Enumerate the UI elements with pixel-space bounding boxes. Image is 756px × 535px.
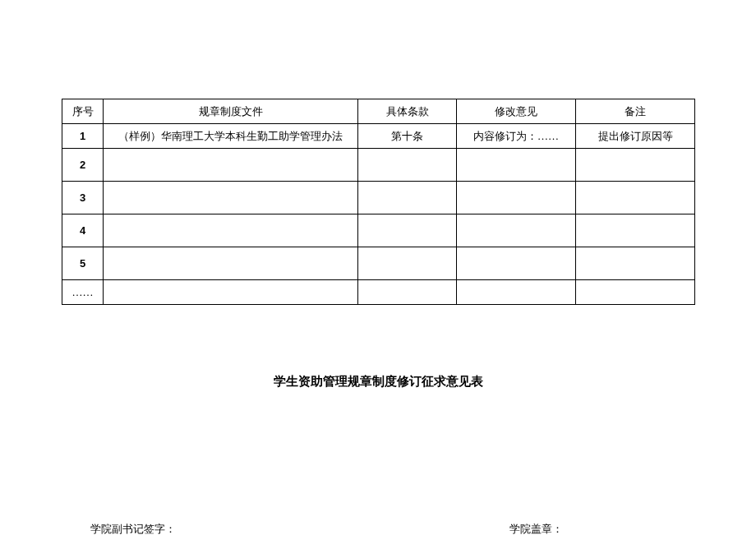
cell-remark: [576, 214, 695, 247]
cell-doc: [104, 247, 358, 280]
table-row: 2: [62, 149, 695, 182]
feedback-table-container: 序号 规章制度文件 具体条款 修改意见 备注 1 （样例）华南理工大学本科生勤工…: [62, 99, 694, 305]
cell-opinion: [457, 247, 576, 280]
cell-remark: [576, 149, 695, 182]
signature-deputy-secretary: 学院副书记签字：: [90, 522, 176, 535]
cell-opinion: [457, 214, 576, 247]
cell-remark: [576, 247, 695, 280]
cell-seq: 1: [62, 124, 104, 149]
cell-doc: [104, 214, 358, 247]
cell-doc: （样例）华南理工大学本科生勤工助学管理办法: [104, 124, 358, 149]
cell-clause: [358, 280, 457, 305]
cell-doc: [104, 280, 358, 305]
cell-opinion: [457, 280, 576, 305]
cell-seq: ……: [62, 280, 104, 305]
cell-remark: 提出修订原因等: [576, 124, 695, 149]
cell-clause: [358, 182, 457, 214]
table-row: 3: [62, 182, 695, 214]
cell-opinion: 内容修订为：……: [457, 124, 576, 149]
cell-remark: [576, 182, 695, 214]
table-row: 1 （样例）华南理工大学本科生勤工助学管理办法 第十条 内容修订为：…… 提出修…: [62, 124, 695, 149]
header-clause: 具体条款: [358, 99, 457, 124]
cell-seq: 4: [62, 214, 104, 247]
header-seq: 序号: [62, 99, 104, 124]
table-row: 4: [62, 214, 695, 247]
header-opinion: 修改意见: [457, 99, 576, 124]
cell-doc: [104, 182, 358, 214]
cell-clause: [358, 214, 457, 247]
header-doc: 规章制度文件: [104, 99, 358, 124]
cell-seq: 2: [62, 149, 104, 182]
cell-clause: [358, 149, 457, 182]
cell-remark: [576, 280, 695, 305]
feedback-table: 序号 规章制度文件 具体条款 修改意见 备注 1 （样例）华南理工大学本科生勤工…: [62, 99, 695, 305]
signature-college-seal: 学院盖章：: [509, 522, 563, 535]
cell-seq: 3: [62, 182, 104, 214]
table-header-row: 序号 规章制度文件 具体条款 修改意见 备注: [62, 99, 695, 124]
table-row: 5: [62, 247, 695, 280]
cell-opinion: [457, 149, 576, 182]
header-remark: 备注: [576, 99, 695, 124]
cell-seq: 5: [62, 247, 104, 280]
cell-doc: [104, 149, 358, 182]
table-row: ……: [62, 280, 695, 305]
cell-opinion: [457, 182, 576, 214]
form-title: 学生资助管理规章制度修订征求意见表: [0, 374, 756, 390]
cell-clause: [358, 247, 457, 280]
cell-clause: 第十条: [358, 124, 457, 149]
